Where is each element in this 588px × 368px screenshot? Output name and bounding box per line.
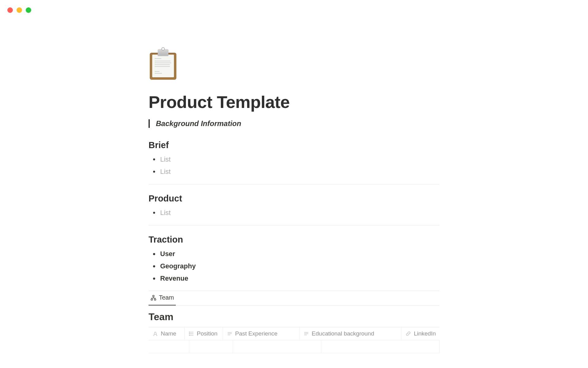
section-title-traction[interactable]: Traction — [149, 235, 439, 245]
window-close-icon[interactable] — [7, 7, 13, 13]
section-title-product[interactable]: Product — [149, 194, 439, 204]
quote-text: Background Information — [156, 119, 241, 128]
list-item[interactable]: User — [151, 248, 439, 260]
divider — [149, 225, 439, 225]
list-item[interactable]: List — [151, 153, 439, 166]
section-brief: Brief List List — [149, 140, 439, 178]
section-product: Product List — [149, 194, 439, 219]
column-label: Position — [197, 330, 218, 337]
product-list: List — [151, 207, 439, 219]
column-label: Past Experience — [235, 330, 277, 337]
page-icon-clipboard[interactable] — [149, 49, 178, 80]
url-property-icon — [405, 331, 411, 337]
database-tab-team[interactable]: Team — [149, 291, 176, 305]
list-item[interactable]: Revenue — [151, 272, 439, 285]
column-label: Name — [161, 330, 176, 337]
team-table: Name Position Past Experience — [149, 327, 439, 353]
column-header-linkedin[interactable]: LinkedIn — [401, 327, 439, 340]
database-tabs: Team — [149, 291, 439, 306]
brief-list: List List — [151, 153, 439, 178]
svg-point-4 — [189, 332, 190, 332]
text-property-icon — [227, 331, 233, 337]
page-title[interactable]: Product Template — [149, 92, 439, 112]
text-property-icon — [303, 331, 309, 337]
list-item[interactable]: Geography — [151, 260, 439, 272]
traction-list: User Geography Revenue — [151, 248, 439, 285]
org-chart-icon — [150, 295, 156, 301]
window-maximize-icon[interactable] — [26, 7, 31, 13]
window-minimize-icon[interactable] — [17, 7, 22, 13]
window-controls — [7, 7, 31, 13]
section-title-brief[interactable]: Brief — [149, 140, 439, 150]
table-header-row: Name Position Past Experience — [149, 327, 439, 340]
database-tab-label: Team — [159, 294, 174, 301]
select-property-icon — [188, 331, 194, 337]
column-header-position[interactable]: Position — [185, 327, 223, 340]
svg-rect-2 — [154, 299, 156, 300]
column-header-name[interactable]: Name — [149, 327, 185, 340]
list-item[interactable]: List — [151, 166, 439, 178]
svg-rect-1 — [151, 299, 153, 300]
page-content: Product Template Background Information … — [149, 0, 439, 353]
title-property-icon — [152, 331, 158, 337]
column-label: Educational background — [312, 330, 374, 337]
column-header-educational-background[interactable]: Educational background — [300, 327, 401, 340]
list-item[interactable]: List — [151, 207, 439, 219]
divider — [149, 184, 439, 184]
svg-point-6 — [189, 333, 190, 334]
quote-block[interactable]: Background Information — [149, 119, 439, 128]
table-row[interactable] — [149, 340, 439, 353]
svg-rect-0 — [153, 295, 154, 297]
svg-point-8 — [189, 335, 190, 335]
column-header-past-experience[interactable]: Past Experience — [223, 327, 300, 340]
section-traction: Traction User Geography Revenue — [149, 235, 439, 285]
column-label: LinkedIn — [414, 330, 436, 337]
database-title[interactable]: Team — [149, 311, 439, 323]
